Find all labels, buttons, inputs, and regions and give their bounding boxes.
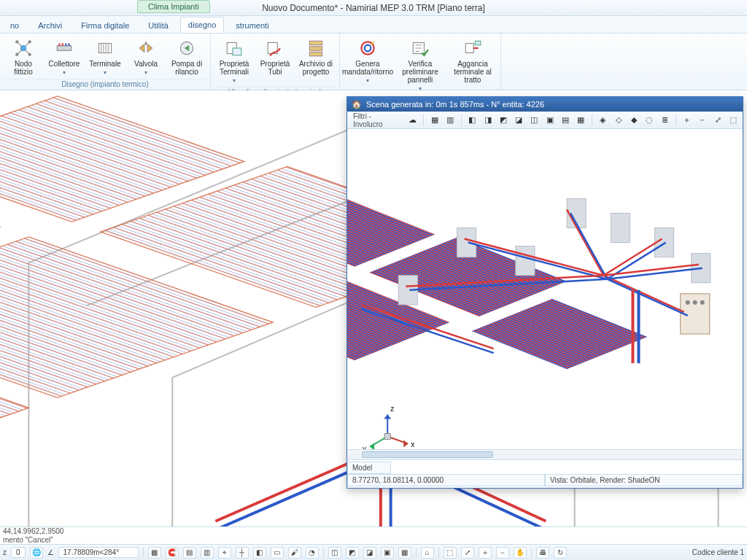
valve-icon <box>136 38 156 58</box>
zoom-window-icon[interactable]: ⬚ <box>727 114 740 127</box>
menu-tabs: no Archivi Firma digitale Utilità disegn… <box>0 16 747 34</box>
rbtn-collettore[interactable]: Collettore▾ <box>45 36 83 77</box>
hidden-icon[interactable]: ◆ <box>627 114 640 127</box>
rbtn-nodo-fittizio[interactable]: Nodo fittizio <box>4 36 42 77</box>
sb-ortho-icon[interactable]: ┼ <box>236 547 249 559</box>
command-bar[interactable]: 44,14.9962,2.9500 mento "Cancel" <box>0 526 747 544</box>
tab-firma[interactable]: Firma digitale <box>74 18 136 33</box>
sb-snap-icon[interactable]: ⌖ <box>218 547 231 559</box>
rbtn-prop-terminali[interactable]: Proprietà Terminali▾ <box>215 36 253 85</box>
viewer3d-window[interactable]: 🏠 Scena generata in: 0m 1s 857ms - N° en… <box>347 96 743 489</box>
globe-icon[interactable]: 🌐 <box>30 547 43 559</box>
tab-utilita[interactable]: Utilità <box>141 18 176 33</box>
viewer3d-canvas[interactable]: x y z <box>347 129 743 449</box>
status-z-field[interactable]: 0 <box>11 547 26 558</box>
rbtn-label: Terminale <box>89 60 120 68</box>
tab-disegno[interactable]: disegno <box>180 17 225 33</box>
rbtn-terminale[interactable]: Terminale▾ <box>86 36 124 77</box>
rbtn-label: Archivio di progetto <box>298 60 333 76</box>
cube-right-icon[interactable]: ◪ <box>513 114 525 127</box>
sb-zoomout-icon[interactable]: － <box>496 547 509 559</box>
viewer3d-render: Vista: Orbitale, Render: ShadeON <box>545 474 743 486</box>
rbtn-aggancia[interactable]: Aggancia terminale al tratto <box>449 36 496 93</box>
cube-left-icon[interactable]: ◩ <box>497 114 509 127</box>
viewer3d-tab-model[interactable]: Model <box>347 462 391 474</box>
rbtn-pompa[interactable]: Pompa di rilancio <box>168 36 206 77</box>
zoom-out-icon[interactable]: － <box>696 114 708 127</box>
rbtn-label: Genera mandata/ritorno <box>342 60 393 76</box>
rbtn-genera[interactable]: Genera mandata/ritorno▾ <box>344 36 391 93</box>
viewer3d-filter-label[interactable]: Filtri - Involucro <box>350 112 403 128</box>
sb-paint-icon[interactable]: 🖌 <box>288 547 301 559</box>
title-bar: Clima Impianti Nuovo Documento* - Namiri… <box>0 0 747 16</box>
svg-rect-22 <box>465 44 473 53</box>
svg-rect-6 <box>58 44 60 46</box>
view-front-icon[interactable]: ▦ <box>428 114 441 127</box>
ribbon-group-caption: Disegno (impianto termico) <box>4 79 206 88</box>
sb-refresh-icon[interactable]: ↻ <box>554 547 567 559</box>
axis-z-label: z <box>390 405 394 413</box>
sb-cube2-icon[interactable]: ◩ <box>346 547 359 559</box>
sb-layers-icon[interactable]: ▦ <box>148 547 161 559</box>
svg-rect-9 <box>68 44 69 46</box>
cube-top-icon[interactable]: ◨ <box>481 114 494 127</box>
sb-grid-icon[interactable]: ▤ <box>183 547 196 559</box>
prop-term-icon <box>224 38 244 58</box>
sb-print-icon[interactable]: 🖶 <box>536 547 549 559</box>
sb-cube4-icon[interactable]: ▣ <box>381 547 394 559</box>
ghost-icon[interactable]: ◌ <box>643 114 656 127</box>
sb-home-icon[interactable]: ⌂ <box>421 547 434 559</box>
status-angle[interactable]: 17.78809m<284° <box>58 547 139 558</box>
sb-cube5-icon[interactable]: ▦ <box>398 547 411 559</box>
layers-icon[interactable]: ≣ <box>659 114 671 127</box>
cube-front-icon[interactable]: ◫ <box>528 114 541 127</box>
sb-pan-icon[interactable]: ✋ <box>514 547 527 559</box>
radiator-icon <box>95 38 115 58</box>
rbtn-label: Collettore <box>49 60 80 68</box>
cube-ortho-icon[interactable]: ▦ <box>575 114 587 127</box>
sb-ucs-icon[interactable]: ◧ <box>253 547 266 559</box>
zoom-fit-icon[interactable]: ⤢ <box>711 114 724 127</box>
sb-zoomin-icon[interactable]: ＋ <box>479 547 492 559</box>
rbtn-verifica[interactable]: Verifica preliminare pannelli▾ <box>394 36 446 93</box>
svg-point-20 <box>365 45 371 52</box>
view-back-icon[interactable]: ▥ <box>444 114 457 127</box>
wire-icon[interactable]: ◇ <box>612 114 624 127</box>
ribbon-group-visualizza: Proprietà Terminali▾ Proprietà Tubi Arch… <box>211 34 340 90</box>
status-bar: z 0 🌐 ∠ 17.78809m<284° ▦ 🧲 ▤ ▥ ⌖ ┼ ◧ ▭ 🖌… <box>0 544 747 560</box>
gen-icon <box>357 38 378 58</box>
cube-iso-icon[interactable]: ◧ <box>466 114 479 127</box>
status-z-label: z <box>3 548 7 556</box>
viewer3d-titlebar[interactable]: 🏠 Scena generata in: 0m 1s 857ms - N° en… <box>347 97 743 112</box>
sb-cube3-icon[interactable]: ◪ <box>363 547 376 559</box>
prop-pipe-icon <box>265 38 285 58</box>
rbtn-prop-tubi[interactable]: Proprietà Tubi <box>256 36 294 85</box>
chevron-down-icon: ▾ <box>63 69 66 76</box>
sb-zoomwin-icon[interactable]: ⬚ <box>444 547 457 559</box>
tab-strumenti[interactable]: strumenti <box>228 18 276 33</box>
svg-rect-8 <box>65 44 66 46</box>
cube-back-icon[interactable]: ▣ <box>543 114 556 127</box>
verify-icon <box>410 38 430 58</box>
sb-select-icon[interactable]: ▭ <box>271 547 284 559</box>
cube-persp-icon[interactable]: ▤ <box>559 114 571 127</box>
zoom-in-icon[interactable]: ＋ <box>681 114 693 127</box>
viewer3d-toolbar: Filtri - Involucro ☁ ▦ ▥ ◧ ◨ ◩ ◪ ◫ ▣ ▤ ▦… <box>347 112 743 129</box>
sb-cube1-icon[interactable]: ◫ <box>328 547 341 559</box>
svg-rect-16 <box>309 41 322 44</box>
svg-rect-49 <box>611 213 630 242</box>
sb-grid2-icon[interactable]: ▥ <box>201 547 214 559</box>
filter-icon[interactable]: ☁ <box>406 114 419 127</box>
rbtn-valvola[interactable]: Valvola▾ <box>127 36 165 77</box>
tab-archivi[interactable]: Archivi <box>31 18 69 33</box>
svg-rect-47 <box>457 228 476 257</box>
sb-drop-icon[interactable]: ◔ <box>306 547 319 559</box>
tab-no[interactable]: no <box>3 18 26 33</box>
shade-icon[interactable]: ◈ <box>597 114 609 127</box>
sb-zoomfit-icon[interactable]: ⤢ <box>461 547 474 559</box>
rbtn-label: Nodo fittizio <box>6 60 41 76</box>
svg-rect-11 <box>145 42 147 44</box>
rbtn-archivio[interactable]: Archivio di progetto <box>297 36 335 85</box>
sb-magnet-icon[interactable]: 🧲 <box>166 547 179 559</box>
viewer3d-scrollbar[interactable] <box>347 449 743 459</box>
